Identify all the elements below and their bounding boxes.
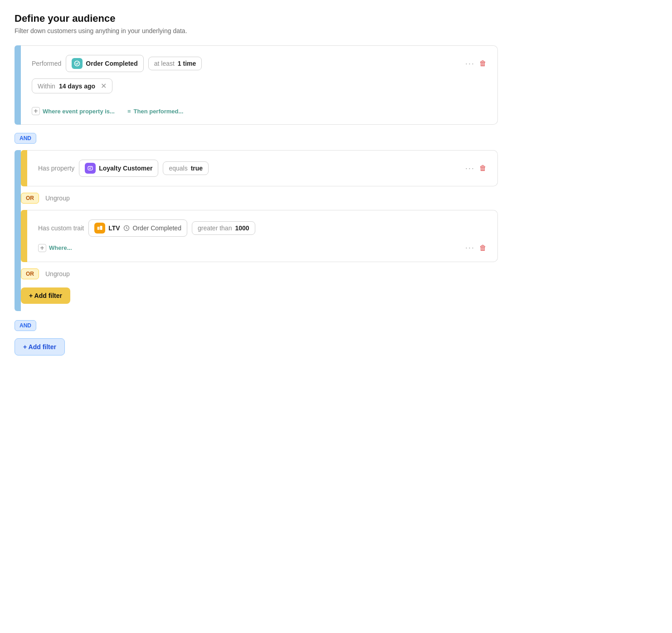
- filter-1-delete-icon[interactable]: 🗑: [479, 59, 487, 68]
- page-subtitle: Filter down customers using anything in …: [15, 27, 498, 34]
- add-filter-yellow-button[interactable]: + Add filter: [21, 287, 70, 304]
- or-connector-1: OR Ungroup: [21, 193, 498, 204]
- filter-2-delete-icon[interactable]: 🗑: [479, 164, 487, 172]
- loyalty-customer-icon: [85, 163, 96, 174]
- filter-1-header-row: Performed Order Completed at least 1 tim…: [32, 55, 487, 72]
- loyalty-customer-chip[interactable]: Loyalty Customer: [79, 160, 158, 177]
- filter-1-time-row: Within 14 days ago ✕: [32, 72, 487, 93]
- loyalty-customer-label: Loyalty Customer: [99, 165, 152, 172]
- then-performed-icon: ≡: [127, 108, 131, 115]
- filter-3-delete-icon[interactable]: 🗑: [479, 244, 487, 252]
- filter-2-card: Has property Loyalty Customer: [21, 150, 498, 186]
- frequency-value: 1 time: [178, 60, 196, 67]
- gt-operator: greater than: [198, 224, 232, 232]
- then-performed-link[interactable]: ≡ Then performed...: [127, 108, 183, 115]
- greater-than-chip[interactable]: greater than 1000: [192, 221, 255, 235]
- filter-1-conditions: Performed Order Completed at least 1 tim…: [32, 55, 202, 72]
- ungroup-link-1[interactable]: Ungroup: [45, 195, 70, 202]
- svg-rect-3: [100, 226, 102, 230]
- where-event-property-link[interactable]: + Where event property is...: [32, 107, 115, 115]
- and-connector-1: AND: [15, 133, 498, 144]
- time-label: Within: [38, 83, 55, 90]
- filter-group: Has property Loyalty Customer: [15, 150, 498, 311]
- filter-2-inner: Has property Loyalty Customer: [27, 150, 498, 186]
- filter-2-row: Has property Loyalty Customer: [38, 160, 487, 177]
- filter-1-inner: Performed Order Completed at least 1 tim…: [21, 45, 498, 125]
- filter-3-conditions: Has custom trait LTV: [38, 219, 255, 237]
- gt-value: 1000: [235, 224, 249, 232]
- filter-2-accent-bar: [21, 150, 27, 186]
- ltv-clock-icon: [123, 225, 130, 231]
- group-outer-bar: [15, 150, 21, 311]
- ltv-label: LTV: [108, 224, 120, 232]
- filter-2-actions: ··· 🗑: [465, 164, 487, 173]
- where-plus-icon: +: [38, 244, 46, 252]
- page-title: Define your audience: [15, 13, 498, 24]
- ltv-chip[interactable]: LTV Order Completed: [88, 219, 187, 237]
- filter-1-more-menu[interactable]: ···: [465, 59, 475, 68]
- filter-3-actions: ··· 🗑: [465, 243, 487, 253]
- filter-1-accent-bar: [15, 45, 21, 125]
- filter-1-action-links: + Where event property is... ≡ Then perf…: [32, 101, 487, 115]
- equals-operator: equals: [169, 165, 187, 172]
- has-custom-trait-label: Has custom trait: [38, 224, 84, 232]
- frequency-prefix: at least: [154, 60, 175, 67]
- time-chip[interactable]: Within 14 days ago ✕: [32, 78, 112, 93]
- order-completed-icon: [72, 58, 83, 69]
- add-filter-blue-wrapper: + Add filter: [15, 338, 498, 355]
- ltv-icon: [94, 223, 105, 234]
- or-badge-1[interactable]: OR: [21, 193, 39, 204]
- equals-true-chip[interactable]: equals true: [163, 161, 209, 175]
- and-badge-2[interactable]: AND: [15, 320, 36, 331]
- filter-2-conditions: Has property Loyalty Customer: [38, 160, 209, 177]
- filter-2-more-menu[interactable]: ···: [465, 164, 475, 173]
- or-badge-2[interactable]: OR: [21, 268, 39, 279]
- ltv-event-label: Order Completed: [133, 224, 181, 232]
- order-completed-chip[interactable]: Order Completed: [66, 55, 143, 72]
- filter-3-main-row: Has custom trait LTV: [38, 219, 487, 237]
- filter-3-more-menu[interactable]: ···: [465, 243, 475, 253]
- ungroup-link-2[interactable]: Ungroup: [45, 270, 70, 278]
- filter-3-inner: Has custom trait LTV: [27, 210, 498, 262]
- group-content: Has property Loyalty Customer: [21, 150, 498, 311]
- time-value: 14 days ago: [59, 83, 95, 90]
- performed-label: Performed: [32, 60, 61, 67]
- time-chip-close[interactable]: ✕: [101, 82, 107, 90]
- where-link[interactable]: + Where...: [38, 244, 72, 252]
- add-filter-blue-button[interactable]: + Add filter: [15, 338, 65, 355]
- where-event-plus-icon: +: [32, 107, 40, 115]
- and-badge-1[interactable]: AND: [15, 133, 36, 144]
- frequency-chip[interactable]: at least 1 time: [148, 57, 202, 70]
- has-property-label: Has property: [38, 165, 74, 172]
- svg-rect-2: [97, 227, 100, 230]
- equals-value: true: [191, 165, 203, 172]
- filter-3-bottom-row: + Where... ··· 🗑: [38, 243, 487, 253]
- or-connector-2: OR Ungroup: [21, 268, 498, 279]
- svg-point-0: [75, 61, 80, 66]
- filter-3-card: Has custom trait LTV: [21, 210, 498, 262]
- order-completed-label: Order Completed: [86, 60, 137, 67]
- filter-1-actions: ··· 🗑: [465, 59, 487, 68]
- filter-1-card: Performed Order Completed at least 1 tim…: [15, 45, 498, 125]
- filter-3-accent-bar: [21, 210, 27, 262]
- and-connector-2: AND: [15, 320, 498, 331]
- add-filter-yellow-wrapper: + Add filter: [21, 286, 498, 311]
